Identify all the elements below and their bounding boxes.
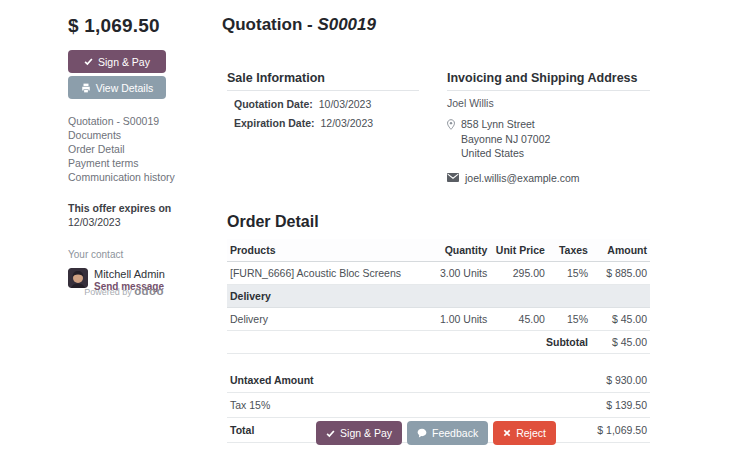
sidebar-item-documents[interactable]: Documents — [68, 129, 180, 143]
odoo-logo[interactable]: odoo — [134, 285, 164, 297]
sale-information-heading: Sale Information — [227, 71, 419, 91]
col-taxes: Taxes — [548, 239, 591, 262]
page-title: Quotation - S00019 — [222, 15, 650, 35]
product-qty: 1.00 Units — [424, 307, 490, 330]
address-city: Bayonne NJ 07002 — [461, 132, 550, 147]
expiration-date-row: Expiration Date: 12/03/2023 — [227, 117, 419, 129]
sidebar-item-communication-history[interactable]: Communication history — [68, 171, 180, 185]
quotation-date-label: Quotation Date: — [234, 98, 313, 110]
sign-and-pay-footer-label: Sign & Pay — [340, 427, 392, 439]
expiration-date-label: Expiration Date: — [234, 117, 315, 129]
order-detail-heading: Order Detail — [222, 213, 650, 231]
subtotal-value: $ 45.00 — [591, 330, 650, 353]
reject-button[interactable]: Reject — [493, 421, 556, 445]
product-taxes: 15% — [548, 261, 591, 284]
view-details-label: View Details — [96, 82, 154, 94]
offer-expiry-date: 12/03/2023 — [68, 216, 180, 228]
info-columns: Sale Information Quotation Date: 10/03/2… — [222, 71, 650, 184]
product-amount: $ 45.00 — [591, 307, 650, 330]
section-name: Delivery — [227, 284, 650, 307]
order-line-row: [FURN_6666] Acoustic Bloc Screens 3.00 U… — [227, 261, 650, 284]
feedback-button[interactable]: Feedback — [407, 421, 488, 445]
address-street: 858 Lynn Street — [461, 117, 550, 132]
quotation-date-value: 10/03/2023 — [319, 98, 372, 110]
sidebar-item-payment-terms[interactable]: Payment terms — [68, 157, 180, 171]
tax-label: Tax 15% — [227, 392, 488, 417]
map-marker-icon — [447, 119, 455, 161]
check-icon — [84, 57, 93, 66]
your-contact-label: Your contact — [68, 249, 180, 260]
customer-email: joel.willis@example.com — [465, 172, 580, 184]
close-icon — [503, 429, 511, 437]
product-price: 295.00 — [490, 261, 548, 284]
subtotal-label: Subtotal — [227, 330, 591, 353]
untaxed-amount-row: Untaxed Amount $ 930.00 — [227, 368, 650, 393]
powered-by-label: Powered by — [84, 287, 132, 297]
address-section: Invoicing and Shipping Address Joel Will… — [447, 71, 650, 184]
product-taxes: 15% — [548, 307, 591, 330]
sidebar-item-quotation[interactable]: Quotation - S00019 — [68, 115, 180, 129]
check-icon — [326, 429, 335, 438]
sign-and-pay-label: Sign & Pay — [98, 56, 150, 68]
product-price: 45.00 — [490, 307, 548, 330]
col-quantity: Quantity — [424, 239, 490, 262]
action-bar: Sign & Pay Feedback Reject — [222, 421, 650, 445]
view-details-button[interactable]: View Details — [68, 76, 166, 99]
feedback-label: Feedback — [432, 427, 478, 439]
sign-and-pay-button-footer[interactable]: Sign & Pay — [316, 421, 402, 445]
untaxed-amount-value: $ 930.00 — [488, 368, 650, 393]
untaxed-amount-label: Untaxed Amount — [227, 368, 488, 393]
customer-name: Joel Willis — [447, 97, 650, 109]
tax-value: $ 139.50 — [488, 392, 650, 417]
page-title-reference: S00019 — [317, 15, 376, 34]
printer-icon — [81, 83, 91, 93]
sidebar-item-order-detail[interactable]: Order Detail — [68, 143, 180, 157]
main-content: Quotation - S00019 Sale Information Quot… — [222, 15, 650, 443]
tax-row: Tax 15% $ 139.50 — [227, 392, 650, 417]
address-country: United States — [461, 146, 550, 161]
section-header-row: Delivery — [227, 284, 650, 307]
product-qty: 3.00 Units — [424, 261, 490, 284]
reject-label: Reject — [516, 427, 546, 439]
comment-icon — [417, 428, 427, 438]
contact-name: Mitchell Admin — [94, 268, 165, 280]
postal-address-lines: 858 Lynn Street Bayonne NJ 07002 United … — [461, 117, 550, 161]
subtotal-row: Subtotal $ 45.00 — [227, 330, 650, 353]
sidebar-nav: Quotation - S00019 Documents Order Detai… — [68, 115, 180, 185]
envelope-icon — [447, 173, 459, 182]
product-name: [FURN_6666] Acoustic Bloc Screens — [227, 261, 424, 284]
order-lines-table: Products Quantity Unit Price Taxes Amoun… — [227, 239, 650, 354]
address-heading: Invoicing and Shipping Address — [447, 71, 650, 91]
quotation-portal-page: $ 1,069.50 Sign & Pay View Details Quota… — [0, 0, 730, 456]
sale-information-section: Sale Information Quotation Date: 10/03/2… — [227, 71, 419, 184]
order-table-header-row: Products Quantity Unit Price Taxes Amoun… — [227, 239, 650, 262]
quotation-date-row: Quotation Date: 10/03/2023 — [227, 98, 419, 110]
powered-by: Powered by odoo — [68, 285, 180, 297]
product-name: Delivery — [227, 307, 424, 330]
total-amount: $ 1,069.50 — [68, 15, 180, 37]
sign-and-pay-button[interactable]: Sign & Pay — [68, 50, 166, 73]
col-products: Products — [227, 239, 424, 262]
offer-expiry: This offer expires on 12/03/2023 — [68, 202, 180, 228]
order-line-row: Delivery 1.00 Units 45.00 15% $ 45.00 — [227, 307, 650, 330]
col-amount: Amount — [591, 239, 650, 262]
product-amount: $ 885.00 — [591, 261, 650, 284]
col-unit-price: Unit Price — [490, 239, 548, 262]
page-title-prefix: Quotation - — [222, 15, 317, 34]
email-row: joel.willis@example.com — [447, 172, 650, 184]
offer-expiry-title: This offer expires on — [68, 202, 180, 214]
expiration-date-value: 12/03/2023 — [321, 117, 374, 129]
sidebar: $ 1,069.50 Sign & Pay View Details Quota… — [68, 15, 180, 292]
postal-address: 858 Lynn Street Bayonne NJ 07002 United … — [447, 117, 650, 161]
